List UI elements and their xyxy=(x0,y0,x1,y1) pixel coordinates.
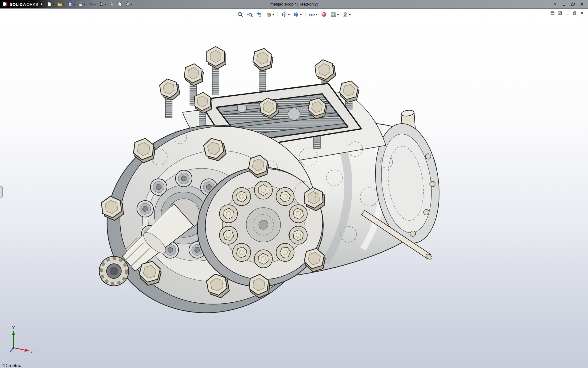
chevron-down-icon xyxy=(52,4,54,5)
solidworks-logo: SOLIDWORKS xyxy=(0,0,40,8)
gearbox-model-canvas[interactable]: .dash { fill:none; stroke:#84888b; strok… xyxy=(0,9,588,368)
magnifier-area-icon xyxy=(247,11,253,17)
chevron-down-icon xyxy=(131,4,133,5)
chevron-down-icon xyxy=(316,14,318,15)
brand-works: WORKS xyxy=(23,2,38,7)
edit-appearance-button[interactable] xyxy=(320,10,328,18)
featuremanager-collapsed-tab[interactable] xyxy=(0,186,3,197)
new-document-icon xyxy=(47,2,52,7)
apply-scene-button[interactable] xyxy=(329,10,340,18)
glasses-icon xyxy=(309,11,315,17)
display-style-button[interactable] xyxy=(292,10,303,18)
restore-icon xyxy=(573,11,577,15)
chevron-down-icon xyxy=(300,14,302,15)
undo-button[interactable] xyxy=(87,1,97,7)
close-button[interactable] xyxy=(579,2,584,7)
shaded-cube-icon xyxy=(293,11,300,17)
brand-solid: SOLID xyxy=(10,2,23,7)
restore-button[interactable] xyxy=(571,2,575,7)
toolbar-separator xyxy=(278,12,278,17)
menu-toolbar xyxy=(46,1,134,7)
file-properties-button[interactable] xyxy=(116,1,123,7)
doc-window-2-button[interactable] xyxy=(557,11,562,15)
brand-text: SOLIDWORKS xyxy=(10,2,38,7)
undo-arrow-icon xyxy=(89,2,93,7)
window-pane-arrow-icon xyxy=(558,11,562,15)
chevron-down-icon xyxy=(73,4,75,5)
view-orientation-button[interactable] xyxy=(280,10,291,18)
window-title: menjac sklop * [Read-only] xyxy=(270,0,318,9)
close-icon xyxy=(580,11,584,15)
chevron-down-icon xyxy=(288,14,290,15)
new-document-button[interactable] xyxy=(46,1,55,7)
open-document-button[interactable] xyxy=(56,1,66,7)
view-settings-button[interactable] xyxy=(341,10,352,18)
shadow-box-icon xyxy=(342,11,349,17)
open-folder-icon xyxy=(57,2,62,7)
minimize-button[interactable] xyxy=(562,2,567,7)
menu-bar: SOLIDWORKS xyxy=(0,0,588,9)
scene-icon xyxy=(330,11,337,17)
solidworks-window: SOLIDWORKS xyxy=(0,0,588,368)
options-gear-icon xyxy=(125,2,130,7)
heads-up-toolbar xyxy=(236,10,352,18)
section-view-button[interactable] xyxy=(265,10,276,18)
zoom-to-fit-button[interactable] xyxy=(236,10,245,18)
color-ball-icon xyxy=(321,11,327,17)
close-icon xyxy=(580,2,584,6)
save-button[interactable] xyxy=(66,1,76,7)
gearbox-assembly[interactable] xyxy=(88,47,446,333)
cursor-arrow-icon xyxy=(99,2,104,7)
chevron-down-icon xyxy=(349,14,351,15)
x-axis-arrow-icon xyxy=(24,349,29,352)
rebuild-traffic-light-icon xyxy=(109,2,114,7)
zoom-to-area-button[interactable] xyxy=(246,10,254,18)
chevron-down-icon xyxy=(104,4,106,5)
chevron-down-icon xyxy=(94,4,96,5)
y-axis-arrow-icon xyxy=(12,331,15,335)
restore-icon xyxy=(571,2,575,6)
section-cube-icon xyxy=(266,11,272,17)
doc-window-1-button[interactable] xyxy=(550,11,555,15)
chevron-down-icon xyxy=(63,4,65,5)
minimize-icon xyxy=(565,11,569,15)
chevron-down-icon xyxy=(337,14,339,15)
previous-view-button[interactable] xyxy=(255,10,264,18)
chevron-right-icon xyxy=(41,3,43,6)
graphics-viewport[interactable]: .dash { fill:none; stroke:#84888b; strok… xyxy=(0,9,588,368)
save-floppy-icon xyxy=(68,2,73,7)
select-button[interactable] xyxy=(98,1,107,7)
file-properties-icon xyxy=(117,2,122,7)
view-orientation-label: *Dimetric xyxy=(2,363,21,368)
previous-view-icon xyxy=(256,11,262,17)
x-axis-label: x xyxy=(31,350,33,354)
chevron-down-icon xyxy=(84,4,85,5)
print-button[interactable] xyxy=(77,1,87,7)
magnifier-icon xyxy=(237,11,243,17)
window-controls: ? xyxy=(553,2,588,7)
hide-show-items-button[interactable] xyxy=(308,10,319,18)
chevron-down-icon xyxy=(273,14,274,15)
doc-close-button[interactable] xyxy=(579,11,584,15)
help-button[interactable]: ? xyxy=(553,2,558,7)
expand-menus-button[interactable] xyxy=(40,2,44,7)
minimize-icon xyxy=(562,2,566,6)
options-button[interactable] xyxy=(124,1,134,7)
orientation-cube-icon xyxy=(281,11,288,17)
toolbar-separator xyxy=(305,12,306,17)
doc-minimize-button[interactable] xyxy=(565,11,570,15)
window-pane-icon xyxy=(550,11,555,15)
doc-restore-button[interactable] xyxy=(572,11,577,15)
printer-icon xyxy=(78,2,83,7)
orientation-triad: Y x xyxy=(10,325,33,354)
y-axis-label: Y xyxy=(12,325,15,330)
rebuild-button[interactable] xyxy=(108,1,115,7)
document-window-controls xyxy=(550,11,584,15)
dassault-systemes-logo-icon xyxy=(2,1,9,7)
help-icon: ? xyxy=(554,2,556,6)
